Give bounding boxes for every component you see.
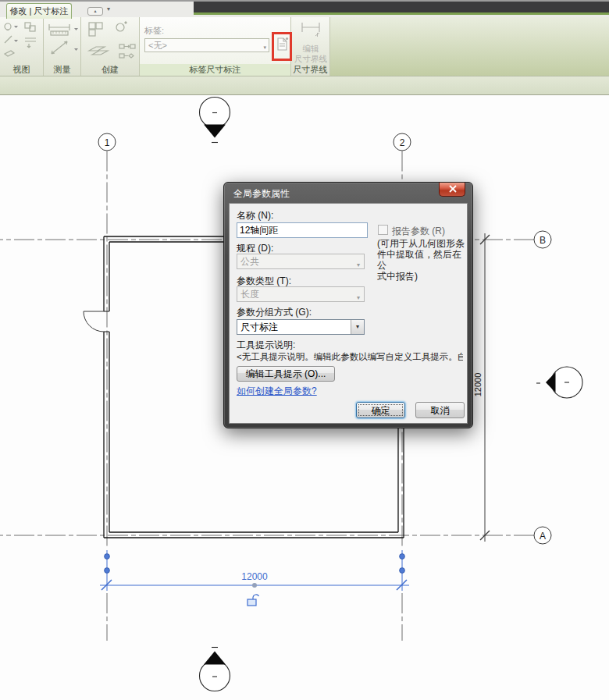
plane-icon [5, 51, 14, 56]
grid-label-2: 2 [400, 137, 405, 148]
chevron-down-icon: ▾ [357, 291, 360, 302]
ribbon-collapse-button[interactable]: ▴ [87, 7, 103, 16]
create-tools-icons[interactable] [83, 20, 140, 63]
unlock-icon[interactable] [248, 595, 259, 606]
revit-window: 修改 | 尺寸标注 ▴ ▾ 视图 [0, 0, 609, 700]
close-button[interactable] [439, 183, 465, 197]
dialog-body: 名称 (N): 报告参数 (R) (可用于从几何图形条 件中提取值，然后在公 式… [229, 203, 468, 424]
panel-label-label-dimensions: 标签尺寸标注 [140, 64, 290, 76]
witness-grip[interactable] [400, 554, 405, 560]
view-tools-icons[interactable] [2, 20, 42, 63]
help-link[interactable]: 如何创建全局参数? [237, 385, 317, 398]
path-icon [119, 44, 124, 48]
door-swing-arc [84, 311, 104, 332]
grouping-value: 尺寸标注 [240, 322, 278, 332]
panel-measure: 测量 [44, 17, 81, 76]
witness-grip[interactable] [105, 554, 110, 560]
ok-button[interactable]: 确定 [356, 402, 405, 418]
chevron-down-icon: ▾ [263, 41, 266, 54]
reporting-parameter-checkbox[interactable] [378, 225, 388, 235]
elevation-arrow-up-icon [204, 652, 226, 665]
door[interactable] [84, 311, 104, 332]
tooltip-label: 工具提示说明: [237, 339, 295, 352]
dimension-horizontal-value[interactable]: 12000 [241, 571, 268, 582]
lightbulb-icon [5, 23, 11, 30]
parameter-type-value: 长度 [240, 289, 259, 300]
similar-icon [89, 47, 108, 55]
parameter-type-dropdown[interactable]: 长度 ▾ [237, 286, 365, 302]
elevation-arrow-down-icon [204, 125, 226, 138]
witness-lines-icon [299, 20, 322, 39]
create-group-icon [116, 23, 124, 31]
tag-dropdown[interactable]: <无> ▾ [144, 38, 269, 52]
reporting-parameter-help: (可用于从几何图形条 件中提取值，然后在公 式中报告) [377, 238, 469, 282]
global-parameter-properties-dialog: 全局参数属性 名称 (N): 报告参数 (R) (可用于从几何图形条 件中提取值… [223, 182, 473, 428]
panel-label-create: 创建 [81, 64, 139, 76]
grid-label-B: B [540, 235, 546, 246]
tab-modify-dimensions[interactable]: 修改 | 尺寸标注 [6, 3, 72, 19]
panel-witness-lines: 编辑 尺寸界线 尺寸界线 [291, 17, 330, 76]
panel-create: 创建 [81, 17, 140, 76]
discipline-value: 公共 [240, 256, 259, 267]
reporting-parameter-label: 报告参数 (R) [392, 225, 445, 238]
elevation-marker-top[interactable] [200, 98, 230, 143]
sparkle-icon [124, 21, 127, 24]
edit-witness-lines-button[interactable]: 编辑 尺寸界线 [294, 19, 327, 64]
elevation-marker-right[interactable] [536, 367, 582, 398]
measure-horizontal-icon [49, 24, 69, 30]
dimension-vertical[interactable]: 12000 [473, 233, 490, 542]
measure-tools-icons[interactable] [45, 20, 81, 63]
name-input[interactable] [237, 222, 368, 238]
pencil-icon [5, 36, 12, 43]
grouping-label: 参数分组方式 (G): [237, 306, 312, 319]
grouping-dropdown[interactable]: 尺寸标注 ▾ [237, 319, 365, 335]
edit-witness-label-line1: 编辑 [294, 44, 327, 55]
tooltip-text: <无工具提示说明。编辑此参数以编写自定义工具提示。自... [237, 351, 463, 363]
grid-label-1: 1 [105, 137, 110, 148]
options-bar [0, 76, 609, 95]
highlight-annotation [272, 32, 292, 61]
witness-grip[interactable] [105, 568, 110, 574]
grid-label-A: A [540, 531, 546, 542]
underlay-icon [25, 38, 36, 48]
name-label: 名称 (N): [237, 209, 273, 222]
chevron-down-icon[interactable]: ▾ [351, 320, 364, 334]
cancel-button[interactable]: 取消 [415, 402, 465, 418]
panel-label-view: 视图 [0, 64, 43, 76]
ribbon: 视图 测量 [0, 17, 609, 76]
dimension-text-grip[interactable] [252, 583, 257, 588]
discipline-dropdown[interactable]: 公共 ▾ [237, 254, 365, 269]
group-icon [89, 23, 95, 29]
close-icon [440, 183, 466, 195]
panel-view: 视图 [0, 17, 44, 76]
dimension-horizontal-selected[interactable]: 12000 [100, 550, 409, 606]
measure-diagonal-icon [52, 41, 67, 54]
edit-witness-label-line2: 尺寸界线 [294, 54, 327, 65]
chevron-down-icon[interactable]: ▾ [107, 5, 110, 12]
titlebar-dark-strip [194, 2, 609, 12]
panel-label-measure: 测量 [44, 64, 80, 76]
dialog-title[interactable]: 全局参数属性 [233, 187, 290, 201]
elevation-arrow-left-icon [546, 372, 556, 393]
witness-grip[interactable] [400, 568, 405, 574]
elevation-marker-bottom[interactable] [200, 648, 230, 691]
ribbon-empty-area [330, 17, 609, 76]
edit-tooltip-button[interactable]: 编辑工具提示 (O)... [237, 366, 335, 382]
dimension-vertical-value[interactable]: 12000 [473, 373, 483, 397]
tag-dropdown-value: <无> [148, 41, 167, 50]
tag-label: 标签: [144, 25, 164, 37]
contextual-tab-accent [194, 12, 609, 15]
panel-label-witness-lines: 尺寸界线 [291, 64, 329, 76]
panel-label-dimensions: 标签: <无> ▾ 标签尺寸标注 [140, 17, 291, 76]
chevron-down-icon: ▾ [357, 258, 360, 269]
collapse-up-icon: ▴ [94, 9, 96, 13]
ribbon-tab-bar: 修改 | 尺寸标注 ▴ ▾ [0, 0, 609, 17]
